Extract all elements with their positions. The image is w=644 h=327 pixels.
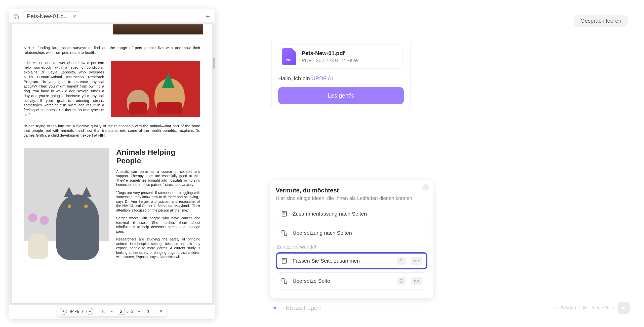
tab-title: Pets-New-01.p… <box>27 13 69 20</box>
zoom-dropdown-icon[interactable]: ▾ <box>82 309 84 314</box>
lang-badge: de <box>411 277 422 285</box>
zoom-out-button[interactable]: − <box>86 308 93 315</box>
image-placeholder-dogs <box>111 61 200 117</box>
suggestions-title: Vermute, du möchtest <box>276 187 427 194</box>
page-badge: 2 <box>397 277 406 285</box>
paragraph: "We're trying to tap into the subjective… <box>24 124 200 138</box>
paragraph: Researchers are studying the safety of b… <box>116 237 200 259</box>
file-attachment: Pets-New-01.pdf PDF · 302.72KB · 2 Seite <box>278 45 404 69</box>
hint-sep: / <box>578 305 580 311</box>
close-tab-icon[interactable]: ✕ <box>73 14 76 19</box>
close-suggestions-icon[interactable]: ✕ <box>422 184 429 191</box>
file-name: Pets-New-01.pdf <box>302 50 358 57</box>
paragraph: Animals can serve as a source of comfort… <box>116 170 200 187</box>
suggestion-translate-pages[interactable]: Übersetzung nach Seiten <box>276 225 427 241</box>
file-meta: PDF · 302.72KB · 2 Seite <box>302 58 358 63</box>
greeting-prefix: Hallo, ich bin <box>278 75 311 81</box>
pdf-viewer-pane: Pets-New-01.p… ✕ ＋ NIH is funding large-… <box>9 9 215 319</box>
suggestions-panel: ✕ Vermute, du möchtest Hier sind einige … <box>270 180 433 298</box>
suggestion-label: Übersetze Seite <box>293 278 392 284</box>
recent-label: Zuletzt verwendet <box>277 244 427 250</box>
svg-rect-5 <box>284 281 287 283</box>
hint-newline: Neue Zeile <box>592 305 614 311</box>
paragraph: Berger works with people who have cancer… <box>116 216 200 234</box>
suggestion-summarize-page[interactable]: Fassen Sie Seite zusammen 2 de <box>276 252 427 269</box>
svg-rect-4 <box>282 278 284 281</box>
suggestion-label: Zusammenfassung nach Seiten <box>293 211 367 217</box>
paragraph: "Dogs are very present. If someone is st… <box>116 191 200 213</box>
file-tab[interactable]: Pets-New-01.p… ✕ <box>23 11 80 21</box>
last-page-button[interactable] <box>145 308 151 314</box>
add-tab-button[interactable]: ＋ <box>203 11 213 21</box>
suggestions-subtitle: Hier sind einige Ideen, die Ihnen als Le… <box>276 195 427 201</box>
greeting-text: Hallo, ich bin UPDF AI <box>278 75 404 82</box>
page-separator: / <box>127 309 129 314</box>
section-heading: Animals Helping People <box>116 148 200 165</box>
paragraph: NIH is funding large-scale surveys to fi… <box>24 46 200 55</box>
file-info-card: Pets-New-01.pdf PDF · 302.72KB · 2 Seite… <box>271 38 411 111</box>
lang-badge: de <box>411 257 422 265</box>
image-placeholder <box>113 24 203 34</box>
suggestion-label: Fassen Sie Seite zusammen <box>293 258 392 264</box>
page-scroll-area[interactable]: NIH is funding large-scale surveys to fi… <box>9 22 215 305</box>
paragraph: "There's no one answer about how a pet c… <box>24 61 104 117</box>
brand-link[interactable]: UPDF AI <box>311 75 333 81</box>
tab-bar: Pets-New-01.p… ✕ ＋ <box>9 9 215 22</box>
suggestion-label: Übersetzung nach Seiten <box>293 230 352 236</box>
ai-spark-icon[interactable]: ✦ <box>270 303 280 313</box>
suggestion-translate-page[interactable]: Übersetze Seite 2 de <box>276 272 427 290</box>
page-badge: 2 <box>397 257 406 265</box>
page-number-input[interactable] <box>118 308 125 315</box>
prev-page-button[interactable] <box>109 308 115 314</box>
zoom-in-button[interactable]: + <box>60 308 67 315</box>
close-toolbar-button[interactable]: ✕ <box>158 308 164 314</box>
ask-input[interactable] <box>286 304 548 311</box>
home-button[interactable] <box>11 11 21 21</box>
pdf-toolbar: + 94% ▾ − / 2 ✕ <box>57 306 167 316</box>
page-total: 2 <box>131 309 134 314</box>
start-button[interactable]: Los geht's <box>278 87 404 104</box>
translate-icon <box>281 278 288 284</box>
translate-icon <box>281 230 288 236</box>
svg-rect-2 <box>284 233 287 235</box>
pdf-file-icon <box>282 48 296 65</box>
next-page-button[interactable] <box>136 308 142 314</box>
summary-icon <box>281 211 288 217</box>
first-page-button[interactable] <box>101 308 107 314</box>
scrollbar-thumb[interactable] <box>213 58 215 69</box>
suggestion-summary-pages[interactable]: Zusammenfassung nach Seiten <box>276 206 427 222</box>
send-button[interactable] <box>618 302 630 314</box>
pdf-page: NIH is funding large-scale surveys to fi… <box>12 24 212 303</box>
image-placeholder-cat <box>24 148 109 281</box>
ai-chat-pane: Gespräch leeren Pets-New-01.pdf PDF · 30… <box>225 9 636 319</box>
clear-conversation-button[interactable]: Gespräch leeren <box>573 15 628 27</box>
svg-rect-1 <box>282 230 284 233</box>
ask-input-bar: ✦ ↩Senden / ⇧↩Neue Zeile <box>270 300 630 316</box>
summary-icon <box>281 258 288 264</box>
hint-send: Senden <box>560 305 576 311</box>
keyboard-hints: ↩Senden / ⇧↩Neue Zeile <box>554 305 614 311</box>
zoom-value: 94% <box>69 309 79 314</box>
